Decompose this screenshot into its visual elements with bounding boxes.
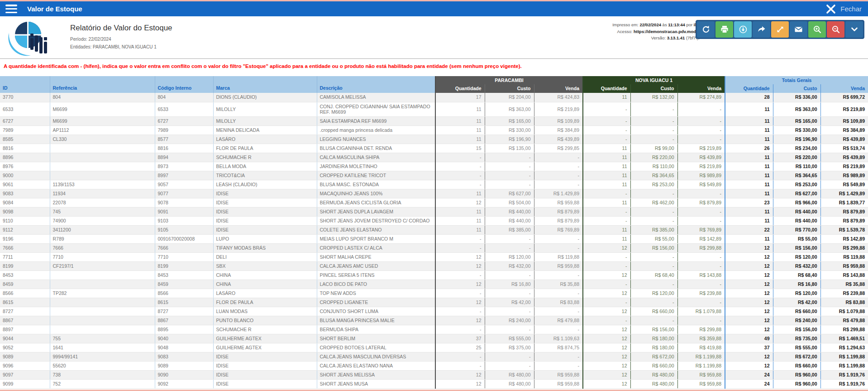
download-icon: [739, 25, 747, 34]
subheader-paracambi-quantidade[interactable]: Quantidade: [435, 84, 485, 93]
cell: 12: [583, 352, 630, 361]
topbar: Valor de Estoque Fechar: [0, 1, 868, 16]
share-button[interactable]: [753, 21, 770, 38]
cell: 11: [725, 234, 773, 243]
cell: 11: [435, 189, 485, 198]
cell: R$ 660,00: [773, 361, 820, 370]
cell: SAIA ESTAMPADA REF M6699: [317, 116, 435, 126]
cell: -: [677, 216, 725, 225]
table-row: 90899994/991419083IDISECALCA JEANS MASCU…: [0, 352, 868, 361]
cell: 12: [583, 334, 630, 343]
cell: 8453: [0, 270, 50, 280]
cell: -: [583, 116, 630, 126]
cell: 9112: [0, 225, 50, 234]
col-header-descricao[interactable]: Descrição: [317, 76, 435, 93]
cell: 8453: [155, 270, 213, 280]
cell: R$ 42,00: [773, 298, 820, 307]
menu-button[interactable]: [5, 5, 17, 13]
cell: 24: [725, 370, 773, 379]
cell: 8459: [0, 280, 50, 289]
group-header-paracambi: PARACAMBI: [435, 76, 583, 84]
cell: CALCA JEANS AMC USED: [317, 261, 435, 270]
cell: IDISE: [213, 189, 317, 198]
cell: R$ 549,89: [677, 180, 725, 189]
cell: AP1112: [50, 126, 155, 135]
print-button[interactable]: [715, 21, 733, 38]
close-button[interactable]: Fechar: [825, 4, 862, 14]
cell: R789: [50, 234, 155, 243]
cell: R$ 299,88: [677, 325, 725, 334]
refresh-button[interactable]: [697, 21, 715, 38]
subheader-paracambi-custo[interactable]: Custo: [485, 84, 534, 93]
col-header-codigo-interno[interactable]: Código Interno: [155, 76, 213, 93]
cell: R$ 959,88: [534, 261, 583, 270]
cell: 24: [725, 379, 773, 388]
cell: R$ 959,88: [677, 370, 725, 379]
subheader-totais-custo[interactable]: Custo: [773, 84, 820, 93]
subheader-totais-venda[interactable]: Venda: [820, 84, 868, 93]
expand-button[interactable]: [771, 21, 789, 38]
subheader-nova-iguacu-venda[interactable]: Venda: [677, 84, 725, 93]
cell: R$ 142,89: [677, 234, 725, 243]
cell: LEGGING NUANCES: [317, 135, 435, 144]
cell: R$ 110,00: [630, 162, 677, 171]
zoom-out-button[interactable]: [827, 21, 844, 38]
cell: R$ 68,40: [773, 270, 820, 280]
zoom-in-button[interactable]: [808, 21, 826, 38]
cell: 12: [435, 379, 485, 388]
col-header-referencia[interactable]: Referência: [50, 76, 155, 93]
cell: 8816: [0, 144, 50, 153]
cell: 6533: [155, 102, 213, 116]
cell: 12: [435, 298, 485, 307]
cell: -: [630, 261, 677, 270]
subheader-nova-iguacu-custo[interactable]: Custo: [630, 84, 677, 93]
cell: -: [677, 207, 725, 216]
cell: 12: [435, 198, 485, 207]
cell: -: [485, 352, 534, 361]
cell: 9089: [155, 361, 213, 370]
cell: GUILHERME AGTEX: [213, 334, 317, 343]
cell: 22: [725, 225, 773, 234]
cell: 11: [583, 153, 630, 162]
close-icon: [825, 4, 836, 14]
table-row: 6727M66996727MILOLLYSAIA ESTAMPADA REF M…: [0, 116, 868, 126]
cell: R$ 1.469,51: [820, 334, 868, 343]
email-button[interactable]: [790, 21, 807, 38]
group-header-totais-gerais: Totais Gerais: [725, 76, 868, 84]
cell: 25: [435, 343, 485, 352]
cell: R$ 874,75: [534, 343, 583, 352]
subheader-nova-iguacu-quantidade[interactable]: Quantidade: [583, 84, 630, 93]
cell: MILOLLY: [213, 102, 317, 116]
table-row: 90611139/11539057LEASH (CLAUDIO)BLUSA MA…: [0, 180, 868, 189]
subheader-paracambi-venda[interactable]: Venda: [534, 84, 583, 93]
group-header-nova-iguacu: NOVA IGUACU 1: [583, 76, 725, 84]
cell: CHINA: [213, 280, 317, 289]
cell: R$ 480,00: [630, 370, 677, 379]
cell: 12: [435, 261, 485, 270]
col-header-id[interactable]: ID: [0, 76, 50, 93]
cell: -: [630, 189, 677, 198]
collapse-button[interactable]: [845, 21, 863, 38]
cell: -: [534, 234, 583, 243]
cell: -: [534, 180, 583, 189]
cell: 11: [725, 162, 773, 171]
cell: R$ 363,00: [773, 102, 820, 116]
download-button[interactable]: [734, 21, 752, 38]
cell: R$ 439,89: [534, 135, 583, 144]
cell: SHORT MALHA CREPE: [317, 252, 435, 261]
cell: 9105: [155, 225, 213, 234]
cell: -: [534, 289, 583, 298]
col-header-marca[interactable]: Marca: [213, 76, 317, 93]
subheader-totais-quantidade[interactable]: Quantidade: [725, 84, 773, 93]
cell: 37: [725, 343, 773, 352]
cell: 74900: [50, 216, 155, 225]
cell: R$ 16,80: [773, 280, 820, 289]
cell: 7710: [50, 252, 155, 261]
cell: 28: [725, 93, 773, 102]
cell: IDISE: [213, 370, 317, 379]
cell: -: [534, 361, 583, 370]
cell: 9089: [0, 352, 50, 361]
cell: -: [534, 307, 583, 316]
cell: 37: [435, 334, 485, 343]
cell: R$ 879,89: [534, 216, 583, 225]
